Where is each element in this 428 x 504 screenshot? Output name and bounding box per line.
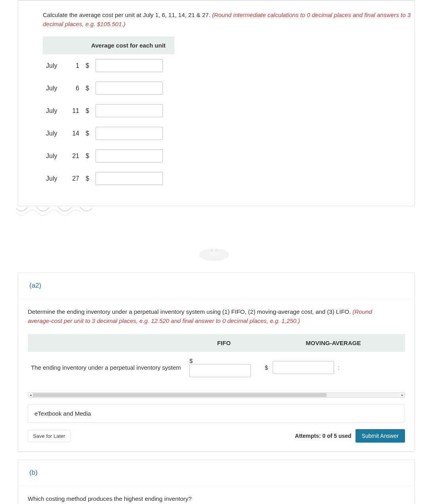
etextbook-button[interactable]: eTextbook and Media — [28, 404, 405, 423]
perpetual-table: FIFO MOVING-AVERAGE The ending inventory… — [28, 334, 405, 383]
save-for-later-button[interactable]: Save for Later — [28, 430, 71, 442]
avg-cost-input-july-6[interactable] — [96, 82, 163, 95]
attempts-label: Attempts: 0 of 5 used — [295, 433, 351, 439]
day-label: 11 — [67, 99, 82, 122]
currency-label: $ — [265, 364, 271, 371]
scroll-track[interactable] — [33, 393, 400, 397]
truncated-currency-icon: : — [336, 364, 340, 371]
month-label: July — [43, 122, 67, 145]
currency-label: $ — [82, 167, 92, 190]
a2-header: (a2) — [18, 273, 415, 299]
currency-label: $ — [82, 99, 92, 122]
currency-label: $ — [189, 357, 196, 364]
day-label: 21 — [67, 145, 82, 167]
a2-prompt-black: Determine the ending inventory under a p… — [28, 308, 353, 315]
section-a1-panel: Calculate the average cost per unit at J… — [18, 0, 415, 206]
section-a2-panel: (a2) Determine the ending inventory unde… — [18, 273, 415, 452]
torn-edge-icon — [16, 207, 92, 216]
currency-label: $ — [82, 145, 92, 167]
horizontal-scrollbar[interactable]: ◂ ▸ — [28, 392, 405, 398]
a2-prompt: Determine the ending inventory under a p… — [28, 307, 405, 325]
fifo-header: FIFO — [186, 334, 262, 352]
ending-inv-label: The ending inventory under a perpetual i… — [28, 352, 186, 383]
table-row: July 27 $ — [43, 167, 174, 190]
table-row: July 21 $ — [43, 145, 174, 167]
avg-cost-input-july-1[interactable] — [96, 59, 163, 72]
section-b-panel: (b) Which costing method produces the hi… — [18, 460, 415, 504]
scroll-right-icon[interactable]: ▸ — [400, 393, 405, 397]
footer-row: Save for Later Attempts: 0 of 5 used Sub… — [28, 429, 405, 443]
currency-label: $ — [82, 122, 92, 145]
month-label: July — [43, 167, 67, 190]
table-row: July 14 $ — [43, 122, 174, 145]
avg-cost-table: Average cost for each unit July 1 $ July… — [43, 36, 174, 190]
day-label: 14 — [67, 122, 82, 145]
table-row: July 6 $ — [43, 77, 174, 99]
avg-cost-input-july-14[interactable] — [96, 127, 163, 140]
moving-avg-header: MOVING-AVERAGE — [262, 334, 405, 352]
day-label: 27 — [67, 167, 82, 190]
avg-cost-header: Average cost for each unit — [82, 36, 174, 54]
table-row: The ending inventory under a perpetual i… — [28, 352, 405, 383]
moving-avg-input[interactable] — [273, 361, 334, 374]
month-label: July — [43, 145, 67, 167]
scroll-left-icon[interactable]: ◂ — [28, 393, 33, 397]
scroll-thumb[interactable] — [33, 393, 327, 397]
fifo-input[interactable] — [189, 364, 251, 377]
month-label: July — [43, 99, 67, 122]
avg-cost-input-july-11[interactable] — [96, 104, 163, 117]
blank-header — [28, 334, 186, 352]
table-row: July 11 $ — [43, 99, 174, 122]
day-label: 1 — [67, 54, 82, 77]
day-label: 6 — [67, 77, 82, 99]
currency-label: $ — [82, 54, 92, 77]
currency-label: $ — [82, 77, 92, 99]
a1-prompt: Calculate the average cost per unit at J… — [43, 11, 415, 29]
avg-cost-input-july-27[interactable] — [96, 172, 163, 185]
b-prompt: Which costing method produces the highes… — [28, 494, 405, 504]
avg-cost-input-july-21[interactable] — [96, 149, 163, 162]
submit-answer-button[interactable]: Submit Answer — [355, 429, 405, 443]
table-row: July 1 $ — [43, 54, 174, 77]
b-header: (b) — [18, 460, 415, 486]
month-label: July — [43, 77, 67, 99]
a1-prompt-black: Calculate the average cost per unit at J… — [43, 11, 212, 18]
table-header-blank — [43, 36, 82, 54]
month-label: July — [43, 54, 67, 77]
